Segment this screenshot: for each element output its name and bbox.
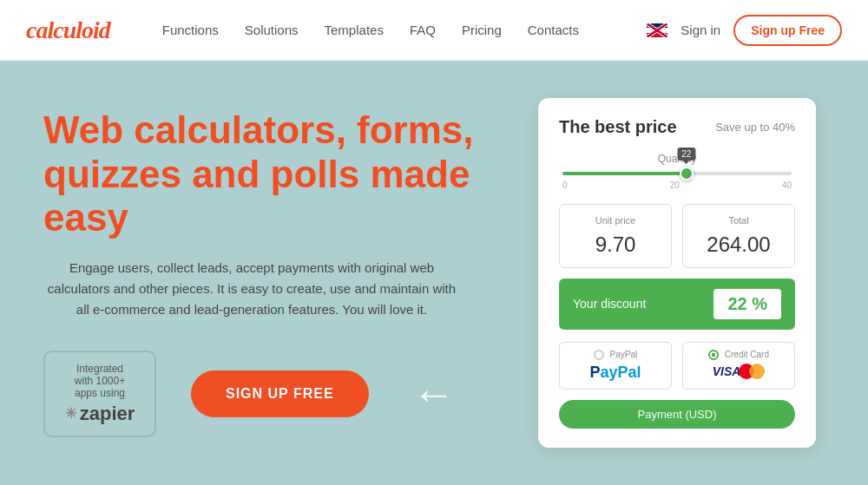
discount-row: Your discount 22 % [559, 279, 795, 330]
logo[interactable]: calculoid [26, 16, 110, 44]
pricing-card-header: The best price Save up to 40% [559, 117, 795, 137]
hero-title: Web calculators, forms, quizzes and poll… [43, 108, 512, 240]
slider-max-label: 40 [782, 180, 792, 190]
zapier-integration-box: Integrated with 1000+ apps using ✳ zapie… [43, 351, 156, 437]
credit-card-radio-icon [708, 350, 719, 360]
slider-labels: 0 20 40 [562, 180, 792, 190]
arrow-left-icon: ← [412, 369, 456, 419]
credit-card-radio-row: Credit Card [690, 350, 787, 360]
discount-label: Your discount [573, 297, 713, 311]
unit-price-label: Unit price [570, 215, 661, 226]
main-nav: Functions Solutions Templates FAQ Pricin… [162, 23, 648, 37]
payment-button[interactable]: Payment (USD) [559, 400, 795, 429]
main-section: Web calculators, forms, quizzes and poll… [0, 61, 868, 485]
sign-in-link[interactable]: Sign in [681, 23, 720, 37]
slider-mid-label: 20 [670, 180, 680, 190]
total-value: 264.00 [694, 233, 784, 257]
visa-logo: VISA [713, 364, 741, 378]
language-flag-icon[interactable] [647, 23, 667, 37]
slider-min-label: 0 [562, 180, 568, 190]
unit-price-box: Unit price 9.70 [559, 204, 672, 268]
zapier-line2: with 1000+ [75, 375, 125, 387]
paypal-label: PayPal [610, 350, 638, 359]
total-label: Total [694, 215, 784, 226]
paypal-radio-row: PayPal [567, 350, 664, 360]
signup-header-button[interactable]: Sign up Free [733, 15, 842, 46]
payment-section: PayPal PayPal Credit Card VISA [559, 342, 795, 390]
total-box: Total 264.00 [682, 204, 795, 268]
signup-free-hero-button[interactable]: SIGN UP FREE [191, 370, 369, 417]
slider-track[interactable] [562, 172, 792, 175]
credit-card-option[interactable]: Credit Card VISA [682, 342, 795, 390]
nav-templates[interactable]: Templates [325, 23, 384, 37]
mastercard-orange-circle-icon [749, 364, 765, 379]
quantity-slider-container: 22 0 20 40 [559, 172, 795, 190]
nav-faq[interactable]: FAQ [410, 23, 436, 37]
hero-section: Web calculators, forms, quizzes and poll… [43, 108, 512, 437]
nav-solutions[interactable]: Solutions [245, 23, 299, 37]
unit-price-value: 9.70 [570, 233, 661, 257]
slider-thumb[interactable] [680, 167, 694, 180]
zapier-line1: Integrated [76, 363, 123, 375]
nav-functions[interactable]: Functions [162, 23, 219, 37]
nav-contacts[interactable]: Contacts [528, 23, 579, 37]
paypal-logo: PayPal [567, 364, 664, 382]
header-right: Sign in Sign up Free [647, 15, 842, 46]
hero-bottom-row: Integrated with 1000+ apps using ✳ zapie… [43, 351, 512, 437]
save-badge: Save up to 40% [715, 121, 795, 134]
pricing-card: The best price Save up to 40% Quantity 2… [538, 98, 816, 448]
discount-value: 22 % [713, 289, 781, 319]
pricing-card-title: The best price [559, 117, 677, 137]
header: calculoid Functions Solutions Templates … [0, 0, 868, 61]
card-logos: VISA [690, 364, 787, 379]
zapier-snowflake-icon: ✳ [65, 405, 76, 422]
paypal-radio-icon [594, 350, 604, 360]
nav-pricing[interactable]: Pricing [462, 23, 502, 37]
zapier-line3: apps using [75, 387, 125, 399]
credit-card-label: Credit Card [725, 350, 769, 359]
paypal-option[interactable]: PayPal PayPal [559, 342, 672, 390]
slider-bubble: 22 [677, 147, 695, 161]
hero-subtitle: Engage users, collect leads, accept paym… [43, 258, 460, 320]
price-row: Unit price 9.70 Total 264.00 [559, 204, 795, 268]
slider-fill [562, 172, 687, 175]
zapier-logo: ✳ zapier [59, 403, 141, 425]
